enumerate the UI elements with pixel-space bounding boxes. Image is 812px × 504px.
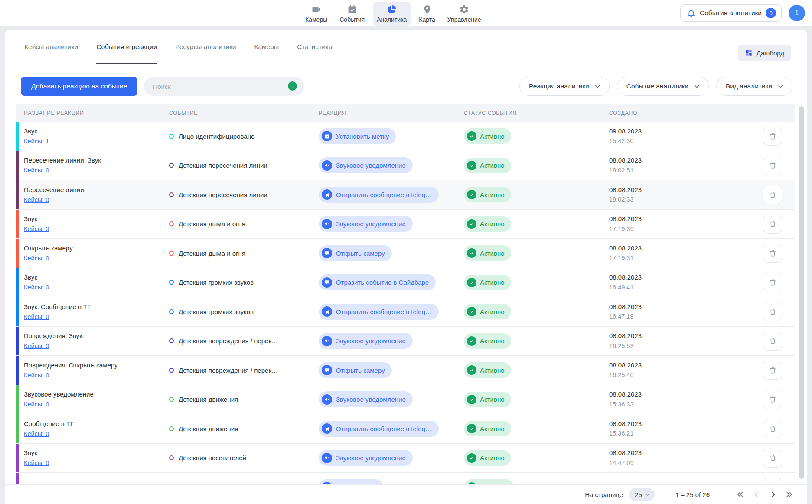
delete-button[interactable]: [763, 361, 782, 380]
reaction-pill[interactable]: Звуковое уведомление: [319, 391, 413, 407]
cases-link[interactable]: Кейсы: 0: [24, 458, 49, 468]
pagination-range: 1 – 25 of 26: [675, 491, 710, 498]
cases-link[interactable]: Кейсы: 0: [24, 224, 49, 234]
cases-link[interactable]: Кейсы: 0: [24, 400, 49, 409]
delete-button[interactable]: [763, 478, 782, 485]
reaction-pill[interactable]: Звуковое уведомление: [319, 157, 413, 173]
tab-события-и-реакции[interactable]: События и реакции: [96, 30, 157, 64]
created-date: 08.08.2023: [609, 390, 642, 400]
filter-dropdown[interactable]: Вид аналитики: [716, 77, 792, 96]
name-cell: ЗвукКейсы: 0: [24, 214, 169, 234]
filter-dropdown[interactable]: Событие аналитики: [617, 77, 709, 96]
search-input[interactable]: [144, 77, 304, 96]
name-cell: Повреждения. Открыть камеруКейсы: 0: [24, 361, 169, 380]
cases-link[interactable]: Кейсы: 0: [24, 429, 49, 439]
nav-item-pie[interactable]: Аналитика: [373, 2, 411, 26]
table-row: Повреждения. Звук.Кейсы: 0Детекция повре…: [16, 327, 795, 356]
tab-камеры[interactable]: Камеры: [254, 30, 279, 64]
check-icon: [467, 424, 476, 433]
delete-button[interactable]: [763, 244, 782, 263]
status-badge: Активно: [464, 450, 511, 466]
created-date: 08.08.2023: [609, 302, 642, 312]
actions-cell: [763, 127, 795, 146]
reaction-cell: Открыть камеру: [319, 245, 464, 261]
delete-button[interactable]: [763, 302, 782, 321]
delete-button[interactable]: [763, 215, 782, 234]
column-header: СОЗДАНО: [609, 110, 763, 116]
tab-ресурсы-аналитики[interactable]: Ресурсы аналитики: [175, 30, 236, 64]
reaction-label: Отразить событие в Сайдбаре: [336, 279, 429, 286]
delete-button[interactable]: [763, 127, 782, 146]
reaction-pill[interactable]: Открыть камеру: [319, 362, 392, 378]
filter-dropdown[interactable]: Реакция аналитики: [519, 77, 610, 96]
event-cell: Детекция повреждения / перек…: [169, 337, 319, 345]
scrollbar-thumb[interactable]: [799, 106, 804, 479]
created-cell: 08.08.202315:36:21: [609, 419, 763, 439]
actions-cell: [763, 332, 795, 351]
delete-button[interactable]: [763, 273, 782, 292]
delete-button[interactable]: [763, 449, 782, 468]
event-cell: Детекция громких звуков: [169, 279, 319, 286]
actions-cell: [763, 478, 795, 485]
delete-button[interactable]: [763, 332, 782, 351]
cases-link[interactable]: Кейсы: 0: [24, 166, 49, 175]
sound-icon: [322, 160, 332, 171]
cases-link[interactable]: Кейсы: 0: [24, 312, 49, 322]
actions-cell: [763, 449, 795, 468]
nav-item-gear[interactable]: Управление: [444, 2, 485, 26]
status-label: Активно: [480, 454, 505, 462]
reaction-pill[interactable]: Отправить сообщение в teleg…: [319, 304, 439, 320]
trash-icon: [769, 191, 777, 199]
trash-icon: [769, 308, 777, 316]
nav-item-calendar[interactable]: События: [336, 2, 368, 26]
tab-кейсы-аналитики[interactable]: Кейсы аналитики: [24, 30, 78, 64]
table-body: ЗвукКейсы: 1Лицо идентифицированоУстанов…: [16, 122, 795, 485]
table-row: Подсчет. Открыть08.08.2023: [16, 473, 795, 485]
cases-link[interactable]: Кейсы: 0: [24, 341, 49, 351]
cases-link[interactable]: Кейсы: 0: [24, 371, 49, 380]
reaction-pill[interactable]: Отправить сообщение в teleg…: [319, 421, 439, 437]
last-page-button[interactable]: [785, 490, 794, 499]
delete-button[interactable]: [763, 156, 782, 175]
status-badge: Активно: [464, 333, 511, 349]
reaction-pill[interactable]: Звуковое уведомление: [319, 216, 413, 232]
name-cell: ЗвукКейсы: 0: [24, 273, 169, 292]
status-label: Активно: [480, 191, 505, 198]
check-icon: [467, 453, 476, 463]
user-avatar[interactable]: 1: [789, 5, 805, 21]
per-page-select[interactable]: 25: [629, 488, 655, 501]
table-row: Звуковое уведомлениеКейсы: 0Детекция дви…: [16, 385, 795, 415]
next-page-button[interactable]: [769, 490, 777, 499]
analytics-events-button[interactable]: События аналитики 0: [680, 4, 782, 22]
delete-button[interactable]: [763, 185, 782, 204]
filter-dropdowns: Реакция аналитикиСобытие аналитикиВид ан…: [519, 77, 792, 96]
nav-item-pin[interactable]: Карта: [415, 2, 439, 26]
reaction-pill[interactable]: Установить метку: [319, 128, 396, 144]
delete-button[interactable]: [763, 390, 782, 409]
table-header: НАЗВАНИЕ РЕАКЦИИСОБЫТИЕРЕАКЦИЯСТАТУС СОБ…: [16, 104, 795, 122]
add-reaction-button[interactable]: Добавить реакцию на событие: [21, 77, 137, 96]
reaction-pill[interactable]: Открыть камеру: [319, 245, 392, 261]
tab-статистика[interactable]: Статистика: [297, 30, 332, 64]
row-color-stripe: [16, 385, 19, 414]
trash-icon: [769, 395, 777, 403]
reaction-pill[interactable]: Отправить сообщение в teleg…: [319, 187, 439, 203]
cases-link[interactable]: Кейсы: 0: [24, 283, 49, 292]
prev-page-button[interactable]: [752, 490, 761, 499]
cases-link[interactable]: Кейсы: 1: [24, 137, 49, 146]
reaction-pill[interactable]: [319, 479, 384, 485]
check-icon: [467, 278, 476, 287]
actions-cell: [763, 215, 795, 234]
dashboard-button[interactable]: Дашборд: [738, 45, 791, 61]
reaction-label: Отправить сообщение в teleg…: [336, 425, 432, 432]
reaction-pill[interactable]: Звуковое уведомление: [319, 450, 413, 466]
actions-cell: [763, 419, 795, 438]
nav-item-camera[interactable]: Камеры: [301, 2, 331, 26]
delete-button[interactable]: [763, 419, 782, 438]
reaction-pill[interactable]: Звуковое уведомление: [319, 333, 413, 349]
reaction-cell: Отправить сообщение в teleg…: [319, 304, 464, 320]
cases-link[interactable]: Кейсы: 0: [24, 195, 49, 205]
first-page-button[interactable]: [736, 490, 744, 499]
reaction-pill[interactable]: Отразить событие в Сайдбаре: [319, 274, 436, 290]
cases-link[interactable]: Кейсы: 0: [24, 254, 49, 263]
